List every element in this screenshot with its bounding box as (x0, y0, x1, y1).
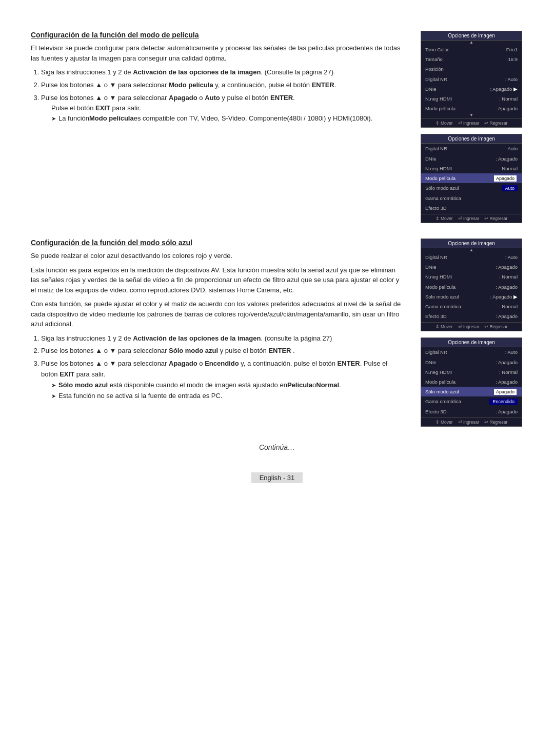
section2-step1: Siga las instrucciones 1 y 2 de Activaci… (41, 333, 405, 344)
screen4-row-5-highlighted: Sólo modo azul Apagado (421, 387, 522, 396)
step2-bold2: ENTER (312, 81, 334, 89)
s2-step2-t1: Pulse los botones ▲ o ▼ para seleccionar (41, 347, 169, 354)
dropdown-encendido-selected: Encendido (489, 399, 518, 405)
s2-step1-b1: Activación de las opciones de la imagen (133, 334, 261, 342)
section2-step2: Pulse los botones ▲ o ▼ para seleccionar… (41, 346, 405, 356)
screen4-row-6: Gama cromática Encendido (421, 396, 522, 406)
screen3-row-3: N.neg HDMI: Normal (421, 272, 522, 282)
step1-text2: . (Consulte la página 27) (261, 68, 333, 76)
screen4-row-2: DNIe: Apagado (421, 357, 522, 367)
step2-text1: Pulse los botones ▲ o ▼ para seleccionar (41, 81, 169, 89)
section2-para2: Esta función es para expertos en la medi… (31, 265, 405, 295)
section1-step2: Pulse los botones ▲ o ▼ para seleccionar… (41, 80, 405, 91)
s2-note2: Esta función no se activa si la fuente d… (51, 391, 405, 401)
section1-intro: El televisor se puede configurar para de… (31, 43, 405, 63)
step3-bold2: Auto (205, 94, 220, 102)
section2-layout: Configuración de la función del modo sól… (31, 238, 523, 427)
s2-step2-b1: Sólo modo azul (169, 347, 218, 354)
screen2-row-3: N.neg HDMI: Normal (421, 164, 522, 173)
step3-bold3: ENTER (270, 94, 293, 102)
s2-step3-t2: o (197, 360, 205, 367)
screen2-row-1: Digital NR: Auto (421, 144, 522, 153)
step3-text2: o (197, 94, 205, 102)
screen3-row-4: Modo película: Apagado (421, 282, 522, 292)
step3-text3: y pulse el botón (220, 94, 270, 102)
screen4-title: Opciones de imagen (421, 338, 522, 347)
section1-title: Configuración de la función del modo de … (31, 31, 405, 39)
screen1-row-5: DNIe: Apagado ▶ (421, 84, 522, 94)
s2-step2-t3: . (291, 347, 294, 354)
s2-step3-t1: Pulse los botones ▲ o ▼ para seleccionar (41, 360, 169, 367)
section2-para3: Con esta función, se puede ajustar el co… (31, 299, 405, 329)
step2-bold1: Modo película (169, 81, 213, 89)
screen3-footer: ⇕ Mover ⏎ Ingresar ↩ Regresar (421, 322, 522, 331)
section1-steps: Siga las instrucciones 1 y 2 de Activaci… (41, 67, 405, 123)
screen1-row-6: N.neg HDMI: Normal (421, 94, 522, 104)
screen1-title: Opciones de imagen (421, 31, 522, 41)
screen1-row-1: Tono Color: Frío1 (421, 45, 522, 54)
scroll-down-icon: ▼ (421, 113, 522, 117)
continua-text: Continúa… (31, 442, 523, 453)
screen2-footer: ⇕ Mover ⏎ Ingresar ↩ Regresar (421, 214, 522, 223)
scroll-up-icon: ▲ (421, 41, 522, 45)
s2-step3-b2: Encendido (205, 360, 239, 367)
s2-step3-b1: Apagado (169, 360, 197, 367)
screen4-row-1: Digital NR: Auto (421, 347, 522, 357)
screen4-row-4: Modo película: Apagado (421, 377, 522, 387)
screen2-title: Opciones de imagen (421, 134, 522, 144)
step2-text3: . (334, 81, 337, 89)
section2-intro: Se puede realzar el color azul desactiva… (31, 251, 405, 261)
step3-bold1: Apagado (169, 94, 197, 102)
section2-steps: Siga las instrucciones 1 y 2 de Activaci… (41, 333, 405, 401)
screen3-row-6: Gama cromática: Normal (421, 302, 522, 311)
section2-screens: Opciones de imagen ▲ Digital NR: Auto DN… (421, 238, 523, 427)
section1-step3: Pulse los botones ▲ o ▼ para seleccionar… (41, 93, 405, 124)
screen2-row-6: Gama cromática (421, 193, 522, 203)
section1-screens: Opciones de imagen ▲ Tono Color: Frío1 T… (421, 31, 523, 223)
dropdown-auto-selected: Auto (502, 185, 518, 191)
screen4-row-7: Efecto 3D: Apagado (421, 407, 522, 416)
step3-text4: . (293, 94, 295, 102)
dropdown-apagado-4: Apagado (494, 389, 517, 395)
screen2-row-7: Efecto 3D (421, 203, 522, 213)
dropdown-apagado: Apagado (494, 175, 517, 182)
section2-title: Configuración de la función del modo sól… (31, 238, 405, 247)
screen4-row-3: N.neg HDMI: Normal (421, 367, 522, 377)
screen1-row-2: Tamaño: 16:9 (421, 54, 522, 64)
screen1-row-4: Digital NR: Auto (421, 74, 522, 84)
s2-step3-b4: EXIT (60, 370, 74, 378)
s2-step3-t5: para salir. (74, 370, 105, 378)
s2-note1: Sólo modo azul está disponible cuando el… (51, 380, 405, 390)
s2-step1-t2: . (consulte la página 27) (261, 334, 332, 342)
screen2-row-4-highlighted: Modo película Apagado (421, 173, 522, 183)
step3-compat: La función Modo película es compatible c… (51, 113, 405, 124)
step1-bold1: Activación de las opciones de la imagen (133, 68, 261, 76)
s2-step3-b3: ENTER (338, 360, 360, 367)
screen3-row-5: Solo modo azul: Apagado ▶ (421, 292, 522, 302)
section1-layout: Configuración de la función del modo de … (31, 31, 523, 223)
tv-screen-2: Opciones de imagen Digital NR: Auto DNIe… (421, 134, 522, 223)
s2-step2-t2: y pulse el botón (218, 347, 268, 354)
step2-text2: y, a continuación, pulse el botón (213, 81, 312, 89)
step3-text1: Pulse los botones ▲ o ▼ para seleccionar (41, 94, 169, 102)
s2-step1-t1: Siga las instrucciones 1 y 2 de (41, 334, 133, 342)
section1-text: Configuración de la función del modo de … (31, 31, 405, 223)
s2-step2-b2: ENTER (268, 347, 291, 354)
scroll-up-icon-3: ▲ (421, 248, 522, 252)
page-footer: English - 31 (251, 472, 303, 483)
tv-screen-3: Opciones de imagen ▲ Digital NR: Auto DN… (421, 238, 522, 331)
screen1-footer: ⇕ Mover ⏎ Ingresar ↩ Regresar (421, 118, 522, 127)
section1-step1: Siga las instrucciones 1 y 2 de Activaci… (41, 67, 405, 78)
step3-exit: Pulse el botón EXIT para salir. (51, 103, 405, 113)
section2-text: Configuración de la función del modo sól… (31, 238, 405, 427)
screen3-row-1: Digital NR: Auto (421, 252, 522, 262)
screen2-row-2: DNIe: Apagado (421, 154, 522, 164)
tv-screen-4: Opciones de imagen Digital NR: Auto DNIe… (421, 337, 522, 427)
step1-text1: Siga las instrucciones 1 y 2 de (41, 68, 133, 76)
section2-step3: Pulse los botones ▲ o ▼ para seleccionar… (41, 359, 405, 401)
s2-step3-t3: y, a continuación, pulse el botón (239, 360, 338, 367)
screen1-row-7: Modo película: Apagado (421, 104, 522, 113)
screen3-title: Opciones de imagen (421, 239, 522, 248)
screen4-footer: ⇕ Mover ⏎ Ingresar ↩ Regresar (421, 417, 522, 426)
screen1-row-3: Posición (421, 64, 522, 74)
